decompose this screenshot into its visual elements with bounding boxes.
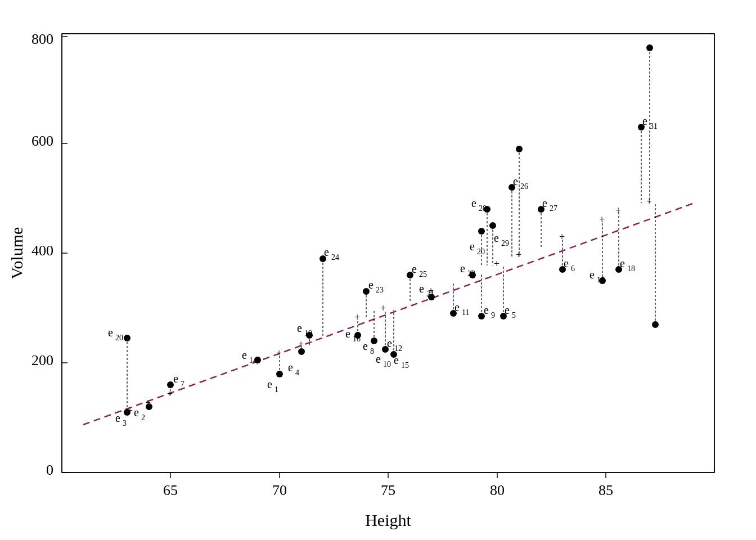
fitted-x81: +: [516, 249, 521, 260]
y-axis-label-0: 0: [46, 462, 53, 478]
fitted-e14: +: [254, 357, 260, 368]
label-e2-sub: 2: [141, 413, 145, 422]
label-extra1: e: [376, 353, 381, 365]
label-extra1-sub: 10: [383, 360, 391, 368]
label-e9-sub: 9: [491, 311, 495, 320]
fitted-x87: +: [646, 196, 652, 207]
label-e20: e: [108, 326, 113, 339]
label-e4: e: [288, 361, 293, 374]
label-e5: e: [505, 304, 510, 316]
point-e30: [516, 146, 523, 152]
fitted-x75: +: [380, 303, 386, 314]
label-e20b: e: [470, 240, 475, 253]
fitted-e3: +: [127, 405, 133, 416]
label-e6: e: [564, 257, 569, 269]
label-e23-sub: 23: [376, 286, 384, 294]
label-e16-sub: 16: [353, 335, 361, 343]
label-e27: e: [542, 197, 547, 209]
label-e7: e: [173, 372, 178, 385]
label-e17-sub: 17: [597, 276, 605, 284]
point-e32: [652, 321, 659, 328]
label-e11-sub: 11: [462, 308, 469, 317]
label-e12: e: [387, 337, 392, 349]
label-e29: e: [494, 232, 499, 244]
label-e6-sub: 6: [571, 264, 575, 273]
x-axis-label-75: 75: [381, 482, 395, 498]
y-axis-label-800: 800: [32, 31, 53, 47]
fitted-e7: +: [167, 388, 173, 399]
y-axis-label-600: 600: [32, 133, 53, 149]
y-axis-title: Volume: [7, 227, 26, 280]
fitted-e22: +: [469, 267, 475, 278]
fitted-e4: +: [298, 339, 304, 350]
label-e21: e: [419, 282, 424, 295]
label-e25: e: [412, 263, 417, 275]
plot-area: [62, 34, 714, 472]
point-e20b: [478, 228, 485, 235]
label-e3: e: [115, 412, 120, 424]
label-e25-sub: 25: [419, 270, 427, 278]
label-e26-sub: 26: [520, 182, 528, 191]
chart-container: // This is computed inline - we'll hardc…: [0, 0, 756, 540]
label-e2: e: [134, 406, 139, 418]
label-e16: e: [345, 327, 350, 340]
point-e1: [276, 371, 283, 377]
label-e5-sub: 5: [512, 311, 516, 320]
label-e31: e: [642, 115, 647, 127]
fitted-e1: +: [276, 348, 282, 359]
x-axis-label-65: 65: [163, 482, 178, 498]
fitted-x86: +: [615, 205, 621, 216]
label-e12-sub: 12: [394, 344, 402, 353]
label-e28-sub: 28: [479, 204, 487, 213]
label-e26: e: [513, 175, 518, 187]
label-e18-sub: 18: [627, 264, 635, 273]
label-e7-sub: 7: [181, 380, 184, 388]
label-e19-sub: 19: [304, 329, 312, 338]
label-e3-sub: 3: [123, 419, 127, 428]
label-e31-sub: 31: [650, 122, 658, 130]
label-e22: e: [460, 262, 465, 274]
x-axis-title: Height: [365, 511, 411, 529]
label-e1-sub: 1: [274, 385, 278, 394]
fitted-x85: +: [599, 214, 605, 225]
x-axis-label-70: 70: [272, 482, 287, 498]
label-e17: e: [590, 268, 595, 281]
label-e23: e: [368, 278, 374, 291]
y-axis-label-400: 400: [32, 242, 53, 259]
scatter-plot: // This is computed inline - we'll hardc…: [0, 0, 756, 540]
label-e8-sub: 8: [370, 347, 374, 356]
x-axis-label-80: 80: [490, 482, 505, 498]
fitted-e21: +: [428, 285, 434, 296]
label-e11: e: [454, 301, 460, 313]
fitted-e2: +: [145, 397, 151, 408]
label-e15: e: [394, 354, 399, 366]
label-e8: e: [363, 340, 368, 352]
label-e27-sub: 27: [550, 204, 557, 213]
label-e19: e: [297, 322, 302, 334]
label-e20b-sub: 20: [477, 248, 485, 256]
label-e18: e: [620, 257, 625, 269]
fitted-x80: +: [494, 258, 500, 269]
y-axis-label-200: 200: [32, 352, 53, 368]
label-e28: e: [471, 197, 476, 209]
fitted-x83: +: [559, 231, 565, 242]
label-e14: e: [242, 349, 247, 361]
point-e8: [371, 338, 377, 344]
label-e29-sub: 29: [501, 239, 509, 248]
label-e4-sub: 4: [295, 368, 299, 377]
label-e1: e: [267, 378, 272, 390]
label-e24-sub: 24: [331, 253, 339, 262]
x-axis-label-85: 85: [598, 482, 613, 498]
point-e33: [646, 44, 653, 51]
label-e24: e: [324, 246, 329, 258]
label-e15-sub: 15: [401, 361, 409, 370]
fitted-e16: +: [354, 312, 360, 323]
label-e20-sub: 20: [115, 334, 123, 342]
label-e9: e: [484, 304, 489, 316]
point-e20: [124, 335, 130, 341]
point-e29: [489, 222, 496, 229]
